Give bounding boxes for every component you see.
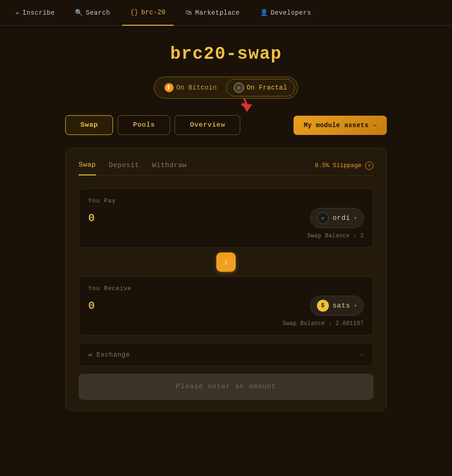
nav-item-brc20[interactable]: {} brc-20: [122, 0, 174, 26]
action-tabs-row: Swap Pools Overview My module assets →: [65, 115, 387, 135]
receive-token-name: sats: [333, 302, 350, 310]
pay-token-chevron: ▾: [354, 215, 357, 221]
main-content: brc20-swap ₿ On Bitcoin ◎ On Fractal Swa…: [0, 26, 452, 411]
brc20-icon: {}: [130, 9, 139, 16]
exchange-row: ⇌ Exchange -: [79, 343, 373, 366]
nav-item-developers[interactable]: 👤 Developers: [252, 0, 320, 26]
inner-deposit-tab[interactable]: Deposit: [109, 162, 139, 175]
fractal-icon: ◎: [234, 83, 244, 93]
inner-tabs: Swap Deposit Withdraw 0.5% Slippage ⊙: [79, 161, 373, 176]
receive-amount[interactable]: 0: [88, 300, 95, 312]
pay-label: You Pay: [88, 197, 364, 204]
title-area: brc20-swap ₿ On Bitcoin ◎ On Fractal: [154, 44, 298, 115]
fractal-network-btn[interactable]: ◎ On Fractal: [226, 79, 295, 96]
you-receive-box: You Receive 0 $ sats ▾ Swap Balance : 2.…: [79, 276, 373, 336]
pools-tab-btn[interactable]: Pools: [118, 115, 170, 135]
swap-tab-btn[interactable]: Swap: [65, 115, 113, 135]
inscribe-icon: ✏️: [16, 9, 20, 17]
inner-withdraw-tab[interactable]: Withdraw: [152, 162, 187, 175]
pay-row: 0 ⊙ ordi ▾: [88, 208, 364, 228]
sats-icon: $: [317, 300, 329, 312]
receive-label: You Receive: [88, 285, 364, 292]
slippage-setting[interactable]: 0.5% Slippage ⊙: [315, 162, 373, 175]
ordi-icon: ⊙: [317, 212, 329, 224]
you-pay-box: You Pay 0 ⊙ ordi ▾ Swap Balance : 2: [79, 189, 373, 248]
exchange-value: -: [360, 351, 364, 358]
swap-direction-btn[interactable]: ↓: [216, 252, 236, 272]
network-toggle: ₿ On Bitcoin ◎ On Fractal: [154, 77, 298, 99]
receive-token-chevron: ▾: [354, 303, 357, 308]
svg-marker-0: [242, 103, 252, 112]
pay-token-name: ordi: [333, 214, 350, 222]
slippage-settings-icon: ⊙: [365, 162, 373, 170]
pay-balance: Swap Balance : 2: [88, 233, 364, 239]
pay-amount[interactable]: 0: [88, 212, 95, 224]
page-title: brc20-swap: [170, 44, 282, 64]
nav-item-marketplace[interactable]: 🛍 Marketplace: [177, 0, 248, 26]
search-icon: 🔍: [75, 9, 83, 17]
my-module-assets-btn[interactable]: My module assets →: [294, 116, 387, 135]
receive-balance: Swap Balance : 2.801187: [88, 320, 364, 327]
developers-icon: 👤: [260, 9, 268, 17]
submit-btn[interactable]: Please enter an amount: [79, 374, 373, 400]
overview-tab-btn[interactable]: Overview: [175, 115, 240, 135]
navigation: ✏️ Inscribe 🔍 Search {} brc-20 🛍 Marketp…: [0, 0, 452, 26]
nav-item-search[interactable]: 🔍 Search: [67, 0, 118, 26]
bitcoin-icon: ₿: [164, 83, 174, 92]
swap-card: Swap Deposit Withdraw 0.5% Slippage ⊙ Yo…: [65, 148, 387, 411]
bitcoin-network-btn[interactable]: ₿ On Bitcoin: [157, 80, 224, 95]
receive-token-select[interactable]: $ sats ▾: [310, 296, 364, 316]
inner-swap-tab[interactable]: Swap: [79, 161, 96, 175]
receive-row: 0 $ sats ▾: [88, 296, 364, 316]
pay-token-select[interactable]: ⊙ ordi ▾: [310, 208, 364, 228]
exchange-label: ⇌ Exchange: [88, 351, 130, 358]
marketplace-icon: 🛍: [186, 9, 192, 17]
nav-item-inscribe[interactable]: ✏️ Inscribe: [7, 0, 63, 26]
